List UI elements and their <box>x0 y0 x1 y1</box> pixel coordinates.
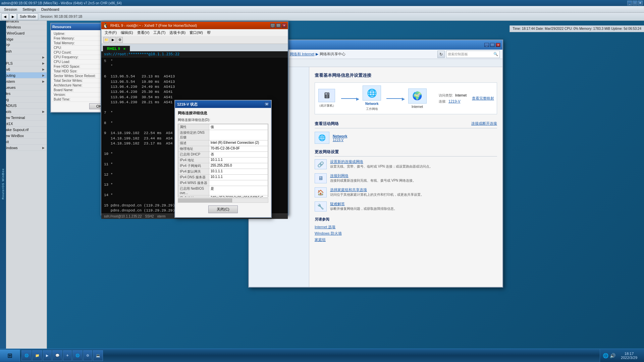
sidebar-item-windows[interactable]: Windows ▶ <box>0 145 47 151</box>
nc-also-homegroup[interactable]: 家庭组 <box>315 237 497 243</box>
sidebar-item-log[interactable]: Log <box>0 97 47 103</box>
taskbar-app-wechat[interactable]: 💬 <box>52 350 62 361</box>
detail-row-header: 属性 值 <box>178 124 268 130</box>
menu-settings[interactable]: Settings <box>20 7 39 12</box>
winbox-title-bar: admin@90:1B:0E:09:97:1B (MikroTik) - Win… <box>0 0 644 6</box>
network-status-subtitle: 网络连接详细信息 <box>178 111 268 116</box>
nc-minimize[interactable]: _ <box>484 43 489 47</box>
xshell-toolbar-btn-3[interactable]: ⚙ <box>117 37 123 43</box>
sidebar-item-exit[interactable]: Exit <box>0 139 47 145</box>
xshell-status-xterm: xterm <box>157 215 166 218</box>
start-button[interactable]: ⊞ <box>0 350 20 362</box>
nc-close[interactable]: ✕ <box>496 43 500 47</box>
nc-action-title-3[interactable]: 疑难解答 <box>330 201 397 206</box>
nc-also-section: 另请参阅 Internet 选项 Windows 防火墙 家庭组 <box>315 217 497 243</box>
taskbar-app-chrome[interactable]: 🌐 <box>72 350 83 361</box>
menu-dashboard[interactable]: Dashboard <box>39 7 62 12</box>
sidebar-item-system[interactable]: System ▶ <box>0 78 47 84</box>
adapter-details: Network 1219-V <box>333 134 347 142</box>
nc-also-firewall[interactable]: Windows 防火墙 <box>315 230 497 237</box>
sidebar-item-ip[interactable]: IP ▶ <box>0 54 47 60</box>
back-button[interactable]: ◀ <box>1 13 9 20</box>
minimize-button[interactable]: _ <box>627 1 632 5</box>
sidebar-item-bridge[interactable]: Bridge <box>0 36 47 42</box>
xshell-tab-rhel9[interactable]: RHEL 9 ✕ <box>103 46 130 51</box>
taskbar-time: 18:17 2022/3/29 <box>617 352 641 360</box>
nc-action-section-title: 更改网络设置 <box>315 149 497 157</box>
sidebar-item-dot1x[interactable]: Dot1X <box>0 121 47 127</box>
sidebar-item-files[interactable]: Files <box>0 90 47 97</box>
sidebar-item-ipv6[interactable]: IPv6 ▶ <box>0 66 47 72</box>
nc-action-title-1[interactable]: 连接到网络 <box>330 173 416 178</box>
sidebar-item-new-winbox[interactable]: New WinBox <box>0 133 47 139</box>
taskbar-app-ie[interactable]: 🌐 <box>21 350 32 361</box>
xshell-menu-edit[interactable]: 编辑(E) <box>119 30 135 35</box>
xshell-tabs: RHEL 9 ✕ <box>101 44 288 51</box>
taskbar-app-explorer[interactable]: 📁 <box>32 350 42 361</box>
adapter-connection[interactable]: 1219-V <box>333 138 347 142</box>
nc-full-map-link[interactable]: 查看完整映射 <box>472 96 494 100</box>
nc-action-item-2: 🏠 选择家庭组和共享选项 访问位于其他家庭计算机上的文件和打印机，或更改共享设置… <box>315 187 497 197</box>
sidebar-item-wireless[interactable]: Wireless <box>0 24 47 30</box>
xshell-toolbar-btn-1[interactable]: 📁 <box>103 37 109 43</box>
tray-volume-icon[interactable]: 🔊 <box>610 353 615 358</box>
network-status-close-btn[interactable]: ✕ <box>264 102 269 106</box>
sidebar-item-routing[interactable]: Routing ▶ <box>0 72 47 78</box>
taskbar-telegram-icon: ✈ <box>66 354 69 357</box>
network-detail-scroll[interactable]: 属性 值 连接特定的 DNS 后缀 描述 Intel (R) Ethernet … <box>178 124 268 197</box>
session-label: Session: 90:1B:0E:09:97:1B <box>40 15 82 18</box>
xshell-maximize[interactable]: □ <box>276 23 281 27</box>
tray-network-icon[interactable]: 🌐 <box>603 353 608 358</box>
tab-close-icon[interactable]: ✕ <box>123 47 126 51</box>
sidebar-item-radius[interactable]: RADIUS <box>0 103 47 109</box>
taskbar-app-media[interactable]: ▶ <box>43 350 52 361</box>
xshell-toolbar-btn-2[interactable]: ▶ <box>110 37 116 43</box>
sidebar-item-mpls[interactable]: MPLS ▶ <box>0 60 47 66</box>
maximize-button[interactable]: □ <box>633 1 637 5</box>
taskbar-app-telegram[interactable]: ✈ <box>63 350 72 361</box>
sidebar-item-wireguard[interactable]: WireGuard <box>0 30 47 36</box>
xshell-status-ssh2: SSH2 <box>145 215 154 218</box>
sidebar-item-tools[interactable]: Tools ▶ <box>0 109 47 115</box>
nc-action-title-2[interactable]: 选择家庭组和共享选项 <box>330 187 424 192</box>
sidebar-item-mesh[interactable]: Mesh <box>0 48 47 54</box>
detail-scrollbar[interactable] <box>178 198 268 203</box>
taskbar-app-terminal[interactable]: 💻 <box>93 350 103 361</box>
nc-search-box[interactable]: 搜索控制面板 🔍 <box>446 51 500 58</box>
sidebar-item-make-supout[interactable]: Make Supout.rif <box>0 127 47 133</box>
nc-network-node[interactable]: 🌐 Network 工作网络 <box>363 85 381 111</box>
sidebar-item-new-terminal[interactable]: New Terminal <box>0 115 47 121</box>
nc-also-internet-options[interactable]: Internet 选项 <box>315 224 497 230</box>
xshell-menu-help[interactable]: 帮 <box>205 30 213 35</box>
nc-breadcrumb-network-internet[interactable]: 网络和 Internet <box>290 52 314 57</box>
menu-session[interactable]: Session <box>1 7 20 12</box>
nc-action-text-2: 选择家庭组和共享选项 访问位于其他家庭计算机上的文件和打印机，或更改共享设置。 <box>330 187 424 197</box>
detail-row-mac: 物理地址 70-85-C2-38-C8-0F <box>178 146 268 152</box>
nc-maximize[interactable]: □ <box>490 43 495 47</box>
nc-connection-link[interactable]: 1219-V <box>448 99 460 103</box>
sidebar-item-ppp[interactable]: PPP <box>0 42 47 48</box>
xshell-close[interactable]: ✕ <box>282 23 286 27</box>
xshell-menu-view[interactable]: 查看(V) <box>135 30 152 35</box>
close-button[interactable]: ✕ <box>638 1 643 5</box>
nc-breadcrumb: 控制面板 ▶ 网络和 Internet ▶ 网络和共享中心 <box>270 52 435 57</box>
nc-refresh-button[interactable]: ↻ <box>437 51 445 58</box>
xshell-menu-tools[interactable]: 工具(T) <box>151 30 167 35</box>
adapter-name[interactable]: Network <box>333 134 347 138</box>
taskbar-app-settings[interactable]: ⚙ <box>83 350 92 361</box>
xshell-menu-file[interactable]: 文件(F) <box>103 30 119 35</box>
safe-mode-button[interactable]: Safe Mode <box>17 13 38 20</box>
forward-button[interactable]: ▶ <box>9 13 17 20</box>
nc-network-diagram: 🖥 （此计算机） ▶ 🌐 Network 工作网络 ▶ <box>315 82 497 114</box>
xshell-minimize[interactable]: _ <box>270 23 275 27</box>
nc-action-icon-1: 🖥 <box>315 173 327 183</box>
tools-arrow: ▶ <box>42 110 45 113</box>
xshell-menu-window[interactable]: 窗口(W) <box>187 30 205 35</box>
sidebar-item-queues[interactable]: Queues <box>0 84 47 90</box>
nc-action-title-0[interactable]: 设置新的连接或网络 <box>330 159 433 164</box>
xshell-menu-tabs[interactable]: 选项卡(B) <box>167 30 187 35</box>
nc-connect-disconnect-link[interactable]: 连接或断开连接 <box>471 121 497 127</box>
dialog-close-button[interactable]: 关闭(C) <box>208 205 237 213</box>
xshell-menu: 文件(F) 编辑(E) 查看(V) 工具(T) 选项卡(B) 窗口(W) 帮 <box>101 29 288 36</box>
nc-search-icon[interactable]: 🔍 <box>493 52 498 56</box>
